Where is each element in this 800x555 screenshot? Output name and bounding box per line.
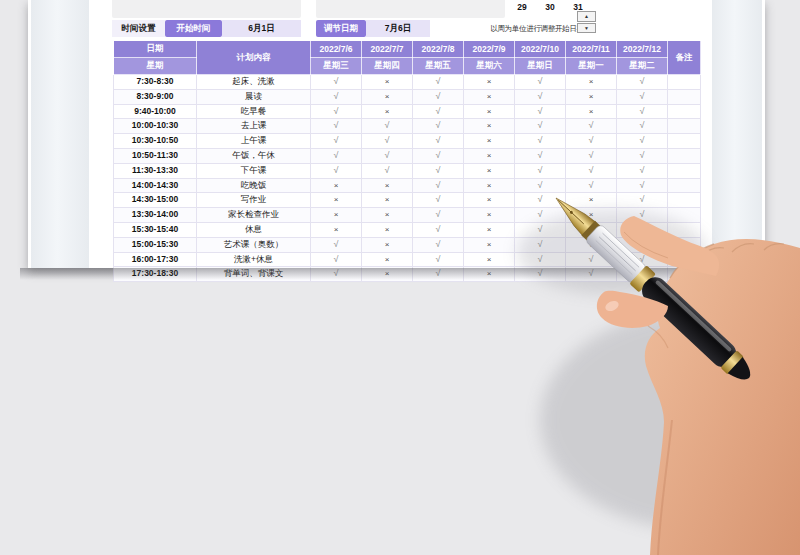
mark-cell[interactable]: × — [566, 75, 617, 90]
mark-cell[interactable]: √ — [566, 134, 617, 149]
start-time-value[interactable]: 6月1日 — [222, 20, 301, 37]
mark-cell[interactable]: √ — [413, 104, 464, 119]
mark-cell[interactable]: √ — [413, 119, 464, 134]
mark-cell[interactable]: √ — [413, 163, 464, 178]
time-cell[interactable]: 15:00-15:30 — [114, 237, 197, 252]
mark-cell[interactable]: × — [566, 208, 617, 223]
mark-cell[interactable]: √ — [413, 237, 464, 252]
mark-cell[interactable]: × — [362, 75, 413, 90]
mark-cell[interactable]: × — [464, 208, 515, 223]
mark-cell[interactable]: √ — [617, 134, 668, 149]
mark-cell[interactable]: √ — [362, 163, 413, 178]
mark-cell[interactable]: × — [311, 208, 362, 223]
remark-cell[interactable] — [668, 237, 701, 252]
mark-cell[interactable]: √ — [515, 134, 566, 149]
mark-cell[interactable]: × — [464, 222, 515, 237]
mark-cell[interactable]: √ — [311, 252, 362, 267]
mark-cell[interactable]: √ — [515, 89, 566, 104]
remark-cell[interactable] — [668, 104, 701, 119]
remark-cell[interactable] — [668, 208, 701, 223]
plan-cell[interactable]: 去上课 — [197, 119, 311, 134]
plan-cell[interactable]: 家长检查作业 — [197, 208, 311, 223]
mark-cell[interactable]: × — [566, 89, 617, 104]
remark-cell[interactable] — [668, 89, 701, 104]
mark-cell[interactable]: × — [362, 237, 413, 252]
plan-cell[interactable]: 艺术课（奥数） — [197, 237, 311, 252]
remark-cell[interactable] — [668, 222, 701, 237]
plan-cell[interactable]: 上午课 — [197, 134, 311, 149]
plan-cell[interactable]: 洗漱+休息 — [197, 252, 311, 267]
remark-cell[interactable] — [668, 148, 701, 163]
mark-cell[interactable]: √ — [311, 134, 362, 149]
mark-cell[interactable]: √ — [515, 104, 566, 119]
remark-cell[interactable] — [668, 119, 701, 134]
time-cell[interactable]: 8:30-9:00 — [114, 89, 197, 104]
mark-cell[interactable]: √ — [617, 163, 668, 178]
plan-cell[interactable]: 休息 — [197, 222, 311, 237]
mark-cell[interactable]: × — [311, 222, 362, 237]
mark-cell[interactable]: √ — [413, 75, 464, 90]
mark-cell[interactable]: × — [311, 193, 362, 208]
mark-cell[interactable]: × — [566, 222, 617, 237]
mark-cell[interactable]: √ — [617, 237, 668, 252]
mark-cell[interactable]: √ — [515, 208, 566, 223]
mark-cell[interactable]: √ — [311, 163, 362, 178]
mark-cell[interactable]: √ — [617, 193, 668, 208]
time-cell[interactable]: 10:00-10:30 — [114, 119, 197, 134]
plan-cell[interactable]: 吃早餐 — [197, 104, 311, 119]
plan-cell[interactable]: 午饭，午休 — [197, 148, 311, 163]
calendar-day[interactable]: 30 — [543, 1, 557, 13]
mark-cell[interactable]: √ — [311, 237, 362, 252]
remark-cell[interactable] — [668, 163, 701, 178]
mark-cell[interactable]: √ — [515, 75, 566, 90]
mark-cell[interactable]: √ — [617, 104, 668, 119]
mark-cell[interactable]: √ — [566, 163, 617, 178]
time-cell[interactable]: 14:00-14:30 — [114, 178, 197, 193]
remark-cell[interactable] — [668, 134, 701, 149]
mark-cell[interactable]: √ — [413, 193, 464, 208]
mark-cell[interactable]: √ — [311, 89, 362, 104]
mark-cell[interactable]: √ — [566, 148, 617, 163]
plan-cell[interactable]: 下午课 — [197, 163, 311, 178]
spinner-down-button[interactable]: ▼ — [577, 23, 596, 34]
time-cell[interactable]: 13:30-14:00 — [114, 208, 197, 223]
mark-cell[interactable]: √ — [617, 252, 668, 267]
mark-cell[interactable]: √ — [413, 89, 464, 104]
mark-cell[interactable]: × — [362, 193, 413, 208]
mark-cell[interactable]: × — [362, 89, 413, 104]
time-cell[interactable]: 10:30-10:50 — [114, 134, 197, 149]
mark-cell[interactable]: × — [566, 193, 617, 208]
mark-cell[interactable]: √ — [413, 208, 464, 223]
mark-cell[interactable]: √ — [617, 148, 668, 163]
mark-cell[interactable]: × — [464, 119, 515, 134]
mark-cell[interactable]: × — [362, 208, 413, 223]
plan-cell[interactable]: 吃晚饭 — [197, 178, 311, 193]
mark-cell[interactable]: × — [464, 193, 515, 208]
mark-cell[interactable]: × — [362, 178, 413, 193]
mark-cell[interactable]: √ — [566, 237, 617, 252]
mark-cell[interactable]: √ — [617, 208, 668, 223]
mark-cell[interactable]: √ — [617, 89, 668, 104]
mark-cell[interactable]: √ — [413, 148, 464, 163]
mark-cell[interactable]: × — [464, 252, 515, 267]
mark-cell[interactable]: √ — [311, 75, 362, 90]
adjust-date-value[interactable]: 7月6日 — [366, 20, 430, 37]
mark-cell[interactable]: √ — [515, 119, 566, 134]
mark-cell[interactable]: √ — [617, 222, 668, 237]
remark-cell[interactable] — [668, 178, 701, 193]
remark-cell[interactable] — [668, 252, 701, 267]
mark-cell[interactable]: × — [464, 75, 515, 90]
mark-cell[interactable]: √ — [617, 178, 668, 193]
mark-cell[interactable]: √ — [515, 163, 566, 178]
mark-cell[interactable]: √ — [362, 148, 413, 163]
mark-cell[interactable]: × — [464, 148, 515, 163]
plan-cell[interactable]: 写作业 — [197, 193, 311, 208]
plan-cell[interactable]: 起床、洗漱 — [197, 75, 311, 90]
mark-cell[interactable]: √ — [566, 178, 617, 193]
mark-cell[interactable]: √ — [515, 222, 566, 237]
mark-cell[interactable]: √ — [566, 252, 617, 267]
mark-cell[interactable]: √ — [617, 119, 668, 134]
time-cell[interactable]: 15:30-15:40 — [114, 222, 197, 237]
mark-cell[interactable]: × — [464, 237, 515, 252]
mark-cell[interactable]: √ — [413, 134, 464, 149]
